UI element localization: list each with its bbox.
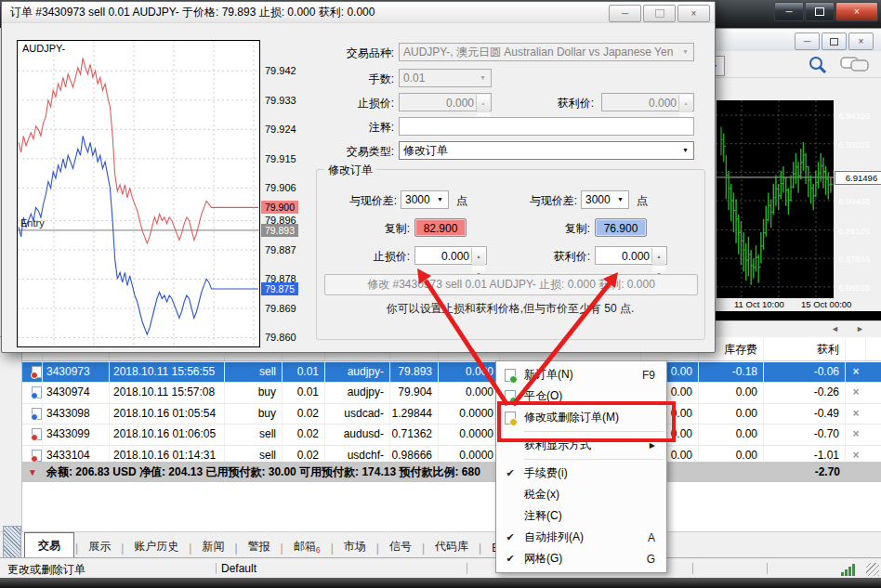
tab-邮箱[interactable]: 邮箱6: [284, 535, 330, 558]
status-bar: 更改或删除订单 Default: [0, 557, 881, 578]
price-tick: 6.89105: [838, 226, 870, 236]
price-marker-79.900: 79.900: [261, 201, 298, 214]
cell: sell: [225, 425, 283, 444]
cell: 0.000: [439, 383, 500, 402]
balance-row: ▼ 余额: 206.83 USD 净值: 204.13 已用预付款: 30.00…: [22, 462, 881, 482]
chart-edge: [703, 311, 881, 320]
order-dialog: 订单 #3430973 sell 0.01 AUDJPY- 于价格: 79.89…: [1, 1, 716, 353]
chat-icon[interactable]: [840, 56, 872, 74]
menu-item[interactable]: 税金(x): [496, 484, 666, 505]
cell: 0.01: [283, 383, 325, 402]
chart-restore-button[interactable]: [822, 33, 847, 50]
terminal-left-gutter: [0, 337, 22, 532]
context-menu: 新订单(N)F9平仓(O)修改或删除订单(M)获利显示方式▶✔手续费(i)税金(…: [495, 360, 667, 573]
cell: 0.00: [699, 404, 764, 424]
cell: 3430974: [43, 383, 110, 402]
spin-up-icon[interactable]: ▲: [652, 248, 665, 266]
sl-level-combo[interactable]: 3000▼: [401, 190, 449, 209]
chevron-down-icon: ▼: [614, 191, 626, 208]
price-tick: 79.887: [265, 244, 296, 255]
table-row[interactable]: 34309732018.10.11 15:56:55sell0.01audjpy…: [22, 362, 881, 383]
menu-item[interactable]: ✔网格(G)G: [496, 548, 666, 569]
modify-order-button[interactable]: 修改 #3430973 sell 0.01 AUDJPY- 止损: 0.000 …: [324, 274, 698, 295]
close-order-icon[interactable]: ×: [846, 383, 866, 402]
chart-scrollbar[interactable]: ◄ ►: [703, 320, 881, 337]
check-icon: ✔: [496, 467, 524, 479]
zoom-icon[interactable]: [808, 55, 828, 75]
table-row[interactable]: 34330982018.10.16 01:05:54buy0.02usdcad-…: [22, 404, 881, 425]
tab-账户历史[interactable]: 账户历史: [125, 535, 188, 558]
price-tick: 79.942: [265, 65, 296, 76]
spin-up-icon[interactable]: ▲: [472, 248, 485, 266]
menu-item-label: 手续费(i): [524, 465, 655, 481]
scroll-right-icon[interactable]: ►: [856, 324, 864, 333]
resize-grip[interactable]: [866, 563, 879, 576]
modify-stoploss-spinner[interactable]: 0.000 ▲▼: [414, 246, 487, 265]
chart-toolbar: ▼: [703, 51, 881, 78]
tab-展示[interactable]: 展示: [79, 535, 120, 558]
chart-close-button[interactable]: ×: [848, 33, 874, 50]
order-type-combo[interactable]: 修改订单▼: [399, 141, 694, 160]
minimize-button[interactable]: ─: [774, 2, 804, 21]
profile-name[interactable]: Default: [221, 562, 256, 575]
cell: 3433098: [43, 404, 110, 424]
tab-信号[interactable]: 信号: [380, 535, 421, 558]
table-row[interactable]: 34309742018.10.11 15:57:08buy0.01audjpy-…: [22, 383, 881, 403]
menu-item-label: 自动排列(A): [524, 529, 648, 545]
status-divider: [467, 563, 467, 574]
copy-sl-price-button[interactable]: 82.900: [414, 218, 467, 237]
sell-order-icon: [32, 450, 42, 462]
dialog-title[interactable]: 订单 #3430973 sell 0.01 AUDJPY- 于价格: 79.89…: [2, 2, 715, 23]
cell: 3433099: [43, 425, 110, 444]
tab-警报[interactable]: 警报: [239, 535, 280, 558]
price-tick: 79.933: [265, 95, 296, 106]
current-price-box: 6.91496: [835, 171, 881, 185]
takeprofit-label: 获利价:: [508, 96, 594, 111]
menu-item[interactable]: 新订单(N)F9: [496, 364, 666, 385]
tab-市场[interactable]: 市场: [335, 535, 375, 558]
order-tick-chart: AUDJPY- 79.94279.93379.92479.91579.90679…: [17, 40, 297, 348]
menu-item[interactable]: ✔自动排列(A)A: [496, 527, 666, 548]
points-label: 点: [456, 193, 475, 209]
cell: 0.0000: [439, 425, 500, 444]
chart-minimize-button[interactable]: ─: [795, 33, 820, 50]
copy-tp-price-button[interactable]: 76.900: [595, 218, 647, 237]
cell: -0.06: [764, 362, 846, 382]
status-divider: [692, 563, 693, 574]
price-tick: 6.87810: [838, 254, 870, 264]
tab-新闻[interactable]: 新闻: [192, 535, 233, 558]
terminal-tabs-row: 交易|展示|账户历史|新闻|警报|邮箱6|市场|信号|代码库|EA|日志: [0, 531, 881, 558]
price-tick: 6.93025: [838, 139, 870, 150]
cell: 2018.10.16 01:05:54: [110, 404, 225, 424]
status-text: 更改或删除订单: [7, 562, 85, 578]
order-icon-cell: [22, 404, 43, 424]
scroll-left-icon[interactable]: ◄: [831, 324, 839, 333]
menu-item[interactable]: 注释(C): [496, 505, 666, 527]
dialog-minimize-button[interactable]: ─: [609, 5, 641, 22]
tab-代码库[interactable]: 代码库: [426, 535, 478, 558]
close-button[interactable]: ×: [835, 2, 878, 21]
tab-交易[interactable]: 交易: [24, 532, 74, 558]
close-order-icon[interactable]: ×: [846, 425, 866, 444]
menu-item[interactable]: ✔手续费(i): [496, 463, 666, 484]
modify-takeprofit-spinner[interactable]: 0.000 ▲▼: [595, 246, 667, 265]
price-tick: 6.90435: [838, 196, 870, 206]
tp-level-combo[interactable]: 3000▼: [581, 190, 629, 209]
close-order-icon[interactable]: ×: [846, 362, 866, 382]
comment-input[interactable]: [399, 117, 694, 136]
modify-order-group: 修改订单 与现价差: 3000▼ 点 与现价差: 3000▼ 点 复制: 82.…: [316, 169, 705, 340]
order-type-label: 交易类型:: [309, 144, 394, 160]
table-row[interactable]: 34330992018.10.16 01:06:05sell0.02audusd…: [22, 425, 881, 445]
dialog-close-button[interactable]: ×: [677, 5, 710, 22]
chevron-down-icon: ▼: [679, 44, 691, 60]
status-divider: [216, 563, 217, 574]
cell: sell: [225, 362, 283, 382]
mail-badge: 6: [316, 545, 321, 555]
column-header[interactable]: 获利: [764, 337, 846, 360]
close-order-icon[interactable]: ×: [846, 404, 866, 424]
order-icon-cell: [22, 383, 43, 402]
maximize-button[interactable]: [805, 2, 835, 21]
price-marker-79.893: 79.893: [261, 224, 298, 237]
cell: 79.904: [390, 383, 439, 402]
buy-order-icon: [32, 386, 42, 399]
